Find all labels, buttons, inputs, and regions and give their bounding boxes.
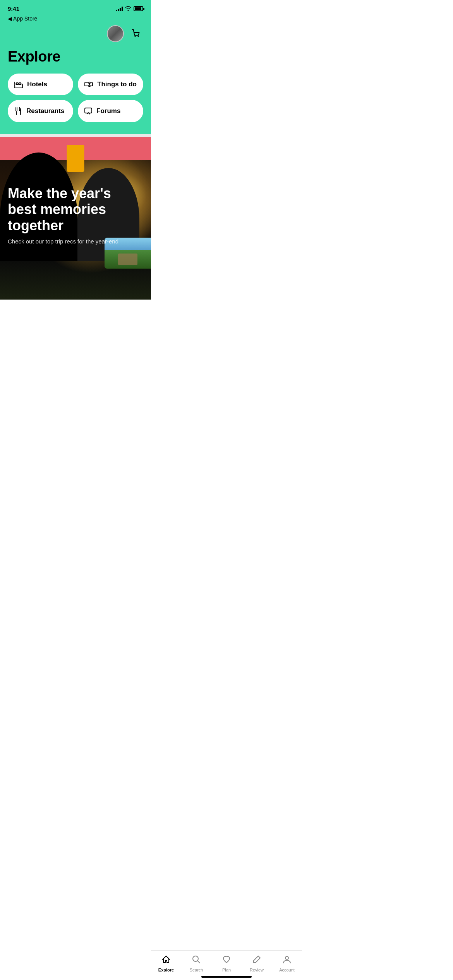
cart-button[interactable] bbox=[129, 26, 143, 41]
wifi-icon bbox=[125, 6, 131, 12]
bed-icon bbox=[14, 81, 23, 88]
section-divider bbox=[0, 134, 151, 137]
signal-icon bbox=[116, 7, 123, 11]
fork-icon bbox=[14, 107, 22, 115]
svg-point-9 bbox=[89, 85, 90, 87]
hero-subtext: Check out our top trip recs for the year… bbox=[8, 237, 143, 245]
avatar[interactable] bbox=[107, 25, 124, 42]
ticket-icon bbox=[84, 81, 93, 88]
hero-headline: Make the year's best memories together bbox=[8, 185, 143, 233]
explore-section: Explore Hotels bbox=[0, 22, 151, 134]
chat-icon bbox=[84, 107, 93, 115]
category-grid: Hotels Things to do bbox=[8, 74, 143, 122]
hotels-button[interactable]: Hotels bbox=[8, 74, 73, 95]
status-bar: 9:41 bbox=[0, 0, 151, 14]
app-store-back-label[interactable]: ◀ App Store bbox=[8, 15, 37, 22]
app-store-back-row[interactable]: ◀ App Store bbox=[0, 14, 151, 22]
svg-rect-2 bbox=[15, 84, 22, 87]
cart-icon bbox=[131, 28, 142, 39]
restaurants-label: Restaurants bbox=[26, 107, 64, 115]
svg-point-8 bbox=[89, 82, 90, 84]
status-time: 9:41 bbox=[8, 5, 19, 12]
svg-point-1 bbox=[138, 36, 139, 37]
forums-button[interactable]: Forums bbox=[78, 100, 143, 122]
hero-section: Make the year's best memories together C… bbox=[0, 137, 151, 300]
status-icons bbox=[116, 6, 143, 12]
hotels-label: Hotels bbox=[27, 81, 47, 88]
svg-rect-14 bbox=[85, 108, 92, 113]
decorative-rectangle bbox=[67, 145, 84, 172]
things-to-do-button[interactable]: Things to do bbox=[78, 74, 143, 95]
things-to-do-label: Things to do bbox=[97, 81, 137, 88]
header-row bbox=[8, 25, 143, 42]
restaurants-button[interactable]: Restaurants bbox=[8, 100, 73, 122]
forums-label: Forums bbox=[96, 107, 120, 115]
battery-icon bbox=[134, 6, 143, 11]
svg-point-0 bbox=[135, 36, 136, 37]
hero-text-overlay: Make the year's best memories together C… bbox=[0, 185, 151, 253]
page-title: Explore bbox=[8, 48, 143, 65]
